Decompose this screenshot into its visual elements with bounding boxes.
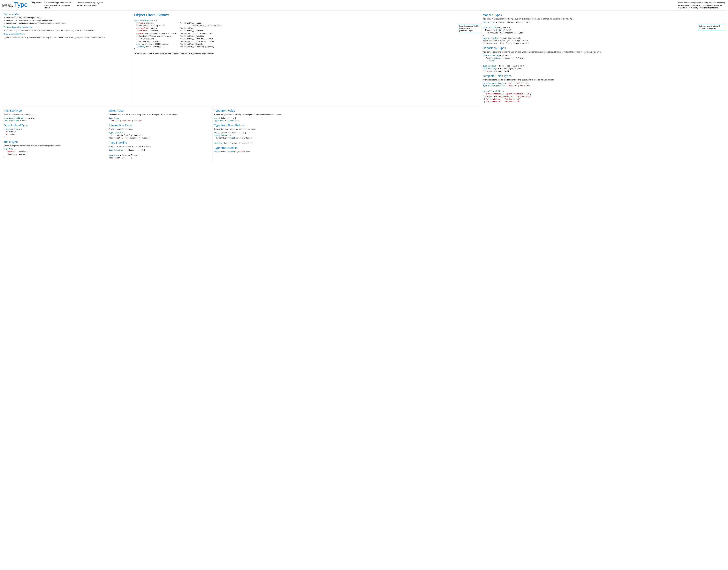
type-vs-interface-list: Interfaces can only describe object shap… xyxy=(6,16,130,25)
indexing-body: A way to extract and name from a subset … xyxy=(109,145,210,148)
type-vs-interface-title: Type vs Interface xyxy=(3,13,130,16)
key-point-3: These features are great for building li… xyxy=(678,1,726,9)
tvi-item: Interfaces can be extended by declaring … xyxy=(6,19,130,22)
mapped-callout-func: Sets type as a function with original ty… xyxy=(698,24,725,30)
sidebar: Type vs Interface Interfaces can only de… xyxy=(1,10,132,106)
template-code: type SupportedLangs = "en" | "pt" | "zh"… xyxy=(483,82,725,103)
from-col: Type from Value Re-use the type from an … xyxy=(212,106,317,162)
conditional-title: Conditional Types xyxy=(483,46,725,50)
tuple-code: type Data = [ location: Location, timest… xyxy=(3,148,105,159)
tuple-body: A tuple is a special-cased array with kn… xyxy=(3,145,105,147)
object-literal-footer: Terser for saving space, see Interface C… xyxy=(134,52,478,55)
object-literal-section: Object Literal Syntax type JSONResponse … xyxy=(132,10,480,106)
tvi-item: In performance critical types interface … xyxy=(6,22,130,25)
logo-line2: Cheat Sheet xyxy=(2,6,13,8)
tuple-title: Tuple Type xyxy=(3,140,105,144)
primitive-col: Primitive Type Useful for documentation … xyxy=(1,106,107,162)
fromvalue-body: Re-use the type from an existing JavaScr… xyxy=(214,113,315,116)
fromvalue-code: const data = { ... } type Data = typeof … xyxy=(214,117,315,122)
key-point-1: Full name is “type alias” and are used t… xyxy=(44,1,73,9)
page-title: Type xyxy=(14,1,28,8)
upper-grid: Type vs Interface Interfaces can only de… xyxy=(1,10,727,106)
conditional-code: type HasFourLegs<Animal> = Animal extend… xyxy=(483,54,725,73)
mapped-code: type Artist = { name: string, bio: strin… xyxy=(483,21,725,45)
indexing-title: Type Indexing xyxy=(109,141,210,145)
mapped-title: Mapped Types xyxy=(483,13,725,17)
fromfunc-title: Type from Func Return xyxy=(214,123,315,127)
primitive-code: type SanitizedInput = string; type Missi… xyxy=(3,117,105,122)
mapped-body: Acts like a map statement for the type s… xyxy=(483,18,725,20)
header: TypeScript Cheat Sheet Type Key points F… xyxy=(1,1,727,10)
template-body: A template string can be used to combine… xyxy=(483,78,725,81)
util-body: TypeScript includes a lot of global type… xyxy=(3,36,130,39)
fromfunc-body: Re-use the return value from a function … xyxy=(214,128,315,130)
intersection-code: type Location = { x: number } & { y: num… xyxy=(109,131,210,139)
union-col: Union Type Describes a type which is one… xyxy=(107,106,212,162)
object-literal-code: type JSONResponse = { version: number; "… xyxy=(134,19,478,51)
union-title: Union Type xyxy=(109,109,210,113)
right-column: Mapped Types Acts like a map statement f… xyxy=(480,10,727,106)
frommodule-code: const data: import("./data").data xyxy=(214,151,315,153)
primitive-body: Useful for documentation mainly xyxy=(3,113,105,116)
primitive-title: Primitive Type xyxy=(3,109,105,113)
vars-body: Much like how you can create variables w… xyxy=(3,29,130,32)
fromfunc-code: const createFixtures = () ⇒ { ... } type… xyxy=(214,131,315,145)
union-code: type Size = "small" | "medium" | "large" xyxy=(109,117,210,122)
vars-title: Think of Types Like Variables xyxy=(3,26,130,29)
object-literal-title: Object Literal Syntax xyxy=(134,13,478,18)
key-point-2: Supports more rich type-system features … xyxy=(76,1,106,7)
lower-grid: Primitive Type Useful for documentation … xyxy=(1,106,480,162)
union-body: Describes a type which is one of many op… xyxy=(109,113,210,116)
template-title: Template Union Types xyxy=(483,74,725,78)
tvi-item: Interfaces can only describe object shap… xyxy=(6,16,130,19)
conditional-body: Acts as “if statements” inside the type … xyxy=(483,51,725,53)
indexing-code: type Response = { data: { ... } } type D… xyxy=(109,149,210,159)
objlit-code: type Location = { x: number; y: number; … xyxy=(3,128,105,138)
fromvalue-title: Type from Value xyxy=(214,109,315,113)
util-title: Build with Utility Types xyxy=(3,33,130,35)
intersection-title: Intersection Types xyxy=(109,123,210,127)
frommodule-title: Type from Module xyxy=(214,146,315,150)
key-points-label: Key points xyxy=(32,1,41,4)
objlit-title: Object Literal Type xyxy=(3,123,105,127)
intersection-body: A way to merge/extend types xyxy=(109,128,210,130)
logo-line1: TypeScript xyxy=(2,4,13,6)
mapped-callout-loop: Loop through each field in the type gene… xyxy=(458,24,481,33)
logo-supertitle: TypeScript Cheat Sheet xyxy=(2,4,13,8)
